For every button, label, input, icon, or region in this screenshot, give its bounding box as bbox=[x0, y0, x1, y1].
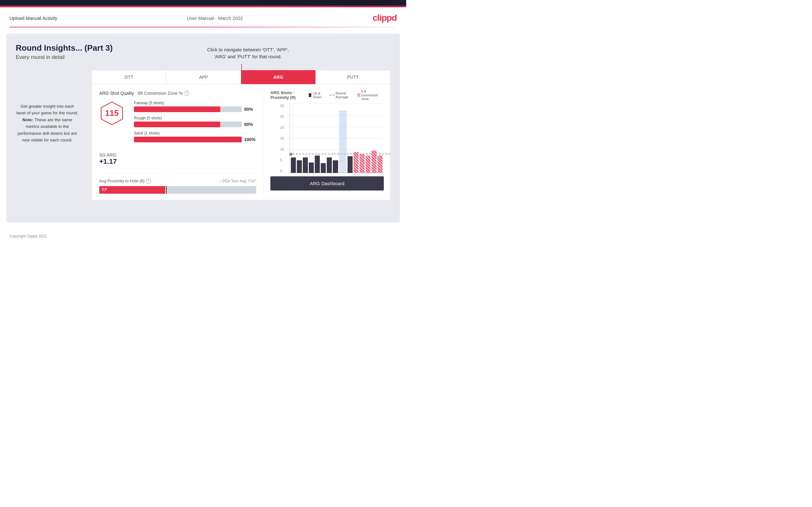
bar-track-rough: 80% bbox=[134, 122, 256, 127]
chart-bar-1 bbox=[291, 158, 296, 173]
chart-bar-highlight bbox=[339, 111, 347, 173]
prox-tour-avg: ↑ PGA Tour Avg: 7'10" bbox=[219, 179, 256, 183]
y-label-15: 15 bbox=[280, 136, 284, 140]
chart-bar-12 bbox=[359, 154, 365, 173]
top-bar bbox=[0, 0, 406, 6]
panel-header-label: ARG Shot Quality bbox=[99, 91, 134, 96]
navigation-hint: Click to navigate between 'OTT', 'APP', … bbox=[207, 46, 289, 84]
nav-hint-line1: Click to navigate between 'OTT', 'APP', bbox=[207, 47, 289, 52]
chart-bar-10 bbox=[348, 156, 353, 173]
y-label-30: 30 bbox=[280, 104, 284, 108]
y-label-25: 25 bbox=[280, 115, 284, 118]
arrow-container bbox=[207, 62, 289, 84]
bar-bg-sand bbox=[134, 137, 242, 142]
chart-wrapper: 30 25 20 15 10 5 0 bbox=[280, 104, 384, 173]
legend-label-avg: Round Average bbox=[336, 91, 353, 99]
tab-ott[interactable]: OTT bbox=[92, 70, 166, 84]
clippd-logo: clippd bbox=[373, 13, 397, 23]
y-label-20: 20 bbox=[280, 126, 284, 129]
bars-container: Fairway (5 shots) 80% Rough (5 shots) bbox=[134, 101, 256, 146]
chart-bar-5 bbox=[315, 156, 320, 173]
copyright-text: Copyright Clippd 2021 bbox=[9, 234, 47, 238]
chart-bar-3 bbox=[303, 158, 308, 173]
bar-row-sand: Sand (1 shots) 100% bbox=[134, 131, 256, 142]
y-label-5: 5 bbox=[280, 158, 284, 162]
proximity-bar-text: 77' bbox=[102, 187, 107, 192]
bar-bg-rough bbox=[134, 122, 242, 127]
chart-title: ARG Shots - Proximity (ft) bbox=[270, 91, 309, 100]
prox-header: Avg Proximity to Hole (ft) ? ↑ PGA Tour … bbox=[99, 178, 256, 184]
chart-area: 30 25 20 15 10 5 0 bbox=[289, 104, 384, 173]
bar-fill-rough bbox=[134, 122, 220, 127]
legend-dashed-line bbox=[329, 95, 334, 96]
header: Upload Manual Activity User Manual - Mar… bbox=[0, 7, 406, 27]
legend-up-down: Up & Down bbox=[309, 91, 325, 99]
legend-hatched-box bbox=[357, 93, 360, 97]
y-label-10: 10 bbox=[280, 148, 284, 151]
bar-track-fairway: 80% bbox=[134, 106, 256, 112]
nav-hint-line2: 'ARG' and 'PUTT' for that round. bbox=[214, 54, 282, 59]
bar-pct-rough: 80% bbox=[244, 122, 256, 127]
chart-legend: Up & Down Round Average 6 ft conversion … bbox=[309, 90, 384, 101]
prox-label: Avg Proximity to Hole (ft) ? bbox=[99, 178, 151, 184]
left-description: Get greater insight into each facet of y… bbox=[16, 103, 79, 144]
chart-bar-2 bbox=[297, 160, 302, 173]
bar-fill-sand bbox=[134, 137, 242, 142]
bar-row-fairway: Fairway (5 shots) 80% bbox=[134, 101, 256, 112]
hexagon-score: 115 bbox=[99, 101, 124, 126]
chart-bar-8 bbox=[333, 160, 338, 173]
nav-arrow-icon bbox=[239, 62, 257, 84]
page-title: Round Insights... (Part 3) bbox=[16, 43, 391, 53]
sg-section: SG ARG +1.17 bbox=[99, 153, 256, 166]
bar-fill-fairway bbox=[134, 106, 220, 112]
arg-dashboard-button[interactable]: ARG Dashboard bbox=[270, 176, 384, 190]
chart-bar-4 bbox=[309, 163, 314, 173]
main-content: Round Insights... (Part 3) Every round i… bbox=[6, 34, 400, 223]
prox-help-icon[interactable]: ? bbox=[146, 178, 151, 184]
y-label-0: 0 bbox=[280, 169, 284, 173]
legend-round-avg: Round Average bbox=[329, 91, 353, 99]
legend-box-solid bbox=[309, 93, 312, 97]
hex-number: 115 bbox=[105, 108, 118, 118]
chart-bar-11 bbox=[354, 152, 359, 173]
bar-label-fairway: Fairway (5 shots) bbox=[134, 101, 256, 105]
chart-header: ARG Shots - Proximity (ft) Up & Down Rou… bbox=[270, 90, 384, 101]
footer: Copyright Clippd 2021 bbox=[0, 229, 406, 243]
hex-score-section: 115 Fairway (5 shots) 80% bbox=[99, 101, 256, 146]
left-panel: ARG Shot Quality 6ft Conversion Zone % ?… bbox=[92, 84, 264, 200]
sg-label: SG ARG bbox=[99, 153, 256, 158]
bar-label-sand: Sand (1 shots) bbox=[134, 131, 256, 135]
tab-putt[interactable]: PUTT bbox=[316, 70, 390, 84]
sg-value: +1.17 bbox=[99, 158, 256, 166]
bar-track-sand: 100% bbox=[134, 137, 256, 142]
chart-bar-7 bbox=[327, 158, 332, 173]
bar-pct-sand: 100% bbox=[244, 137, 256, 142]
legend-6ft-zone: 6 ft conversion zone bbox=[357, 90, 384, 101]
header-divider bbox=[9, 27, 397, 27]
chart-bars-layer bbox=[290, 104, 384, 173]
proximity-cursor bbox=[166, 186, 167, 194]
upload-manual-link[interactable]: Upload Manual Activity bbox=[9, 15, 57, 21]
page-subtitle: Every round in detail bbox=[16, 54, 391, 60]
help-icon[interactable]: ? bbox=[184, 91, 189, 96]
panel-header-value: 6ft Conversion Zone % ? bbox=[138, 91, 189, 96]
bar-bg-fairway bbox=[134, 106, 242, 112]
bar-label-rough: Rough (5 shots) bbox=[134, 116, 256, 120]
card-body: ARG Shot Quality 6ft Conversion Zone % ?… bbox=[92, 84, 390, 200]
dashboard-card: OTT APP ARG PUTT ARG Shot Quality 6ft Co… bbox=[91, 70, 391, 200]
chart-bar-14 bbox=[371, 151, 376, 173]
legend-label-updown: Up & Down bbox=[313, 91, 325, 99]
chart-bar-6 bbox=[321, 163, 326, 173]
chart-bar-15 bbox=[377, 156, 383, 173]
chart-bar-13 bbox=[365, 156, 370, 173]
proximity-bar: 77' bbox=[99, 186, 256, 194]
proximity-section: Avg Proximity to Hole (ft) ? ↑ PGA Tour … bbox=[99, 173, 256, 194]
panel-header: ARG Shot Quality 6ft Conversion Zone % ? bbox=[99, 91, 256, 96]
right-panel: ARG Shots - Proximity (ft) Up & Down Rou… bbox=[264, 84, 390, 200]
bar-row-rough: Rough (5 shots) 80% bbox=[134, 116, 256, 127]
proximity-bar-fill: 77' bbox=[99, 186, 165, 194]
bar-pct-fairway: 80% bbox=[244, 107, 256, 112]
legend-label-6ft: 6 ft conversion zone bbox=[361, 90, 384, 101]
document-title: User Manual - March 2022 bbox=[187, 15, 243, 21]
y-axis-labels: 30 25 20 15 10 5 0 bbox=[280, 104, 284, 173]
